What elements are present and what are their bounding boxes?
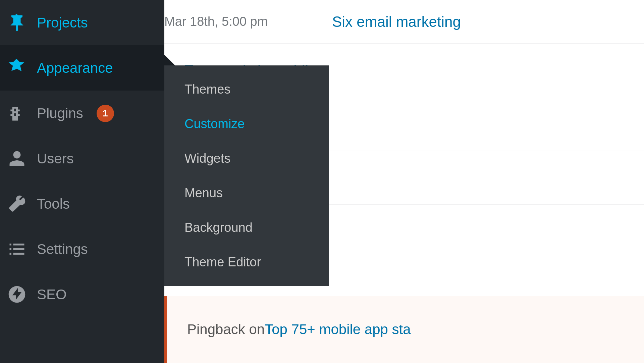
sidebar: Projects Appearance Plugins 1 Users <box>0 0 164 363</box>
tools-icon <box>7 194 27 214</box>
row-link-0[interactable]: Six email marketing <box>332 13 644 30</box>
settings-icon <box>7 239 27 259</box>
sidebar-item-tools[interactable]: Tools <box>0 181 164 226</box>
submenu-widgets[interactable]: Widgets <box>164 141 329 176</box>
date-row: Mar 18th, 5:00 pm Six email marketing <box>164 0 644 44</box>
submenu-menus[interactable]: Menus <box>164 176 329 210</box>
submenu-customize[interactable]: Customize <box>164 107 329 141</box>
pin-icon <box>7 13 27 33</box>
sidebar-item-settings[interactable]: Settings <box>0 226 164 272</box>
submenu-theme-editor[interactable]: Theme Editor <box>164 245 329 279</box>
pingback-prefix: Pingback on <box>187 321 265 338</box>
sidebar-item-tools-label: Tools <box>37 196 70 212</box>
submenu-background[interactable]: Background <box>164 210 329 245</box>
date-text: Mar 18th, 5:00 pm <box>164 14 332 29</box>
sidebar-item-plugins-label: Plugins <box>37 105 83 121</box>
sidebar-item-plugins[interactable]: Plugins 1 <box>0 91 164 136</box>
sidebar-item-settings-label: Settings <box>37 241 88 257</box>
appearance-icon <box>7 58 27 78</box>
sidebar-item-seo-label: SEO <box>37 287 67 303</box>
submenu-themes[interactable]: Themes <box>164 72 329 107</box>
users-icon <box>7 149 27 169</box>
sidebar-item-appearance-label: Appearance <box>37 60 113 76</box>
sidebar-item-users-label: Users <box>37 151 74 167</box>
pingback-section: Pingback on Top 75+ mobile app sta <box>164 296 644 363</box>
appearance-submenu: Themes Customize Widgets Menus Backgroun… <box>164 65 329 286</box>
pingback-link[interactable]: Top 75+ mobile app sta <box>265 321 411 338</box>
sidebar-item-projects[interactable]: Projects <box>0 0 164 45</box>
seo-icon <box>7 284 27 305</box>
sidebar-item-users[interactable]: Users <box>0 136 164 181</box>
plugins-badge: 1 <box>97 105 114 122</box>
plugins-icon <box>7 103 27 123</box>
sidebar-item-seo[interactable]: SEO <box>0 272 164 317</box>
sidebar-item-projects-label: Projects <box>37 15 88 31</box>
sidebar-item-appearance[interactable]: Appearance <box>0 45 164 91</box>
